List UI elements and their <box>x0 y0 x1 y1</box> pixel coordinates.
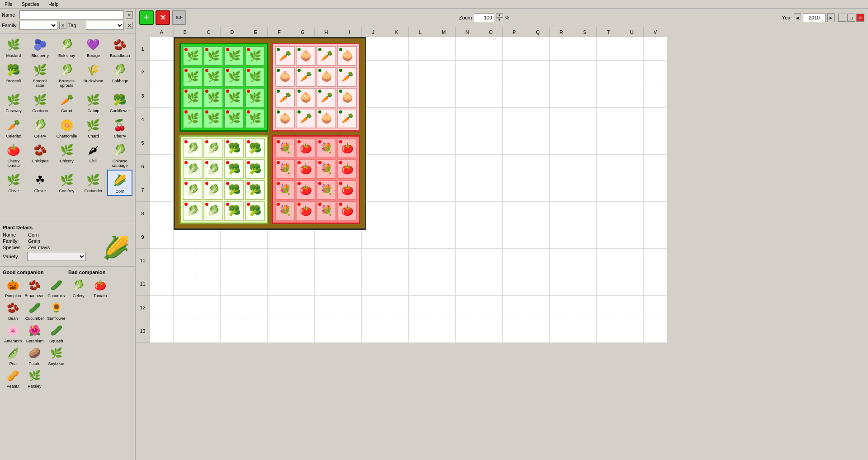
plant-cell-bok-choy[interactable]: 🥬Bok choy <box>54 34 80 60</box>
bed-cell[interactable]: 🧅 <box>275 109 295 128</box>
grid-cell-M11[interactable] <box>432 272 456 296</box>
plant-cell-cherry[interactable]: 🍒Cherry <box>107 115 132 140</box>
plant-cell-cabbage[interactable]: 🥬Cabbage <box>107 60 132 90</box>
grid-cell-O8[interactable] <box>479 202 503 225</box>
bed-cell[interactable]: 🥬 <box>203 159 223 179</box>
plant-cell-chili[interactable]: 🌶Chili <box>80 140 106 170</box>
bed-cell[interactable]: 🥦 <box>245 180 265 200</box>
plant-cell-broccoli-rabe[interactable]: 🌿Broccoli rabe <box>28 60 53 90</box>
grid-cell-L1[interactable] <box>409 37 432 61</box>
grid-cell-R3[interactable] <box>550 84 573 108</box>
grid-cell-Q7[interactable] <box>526 178 550 202</box>
grid-cell-H12[interactable] <box>315 296 338 319</box>
grid-cell-U1[interactable] <box>620 37 644 61</box>
grid-cell-Q11[interactable] <box>526 272 550 296</box>
grid-cell-O6[interactable] <box>479 155 503 178</box>
good-companion-potato[interactable]: 🥔Potato <box>24 345 45 366</box>
bed-cell[interactable]: 🥦 <box>245 138 265 158</box>
grid-cell-F12[interactable] <box>268 296 291 319</box>
family-select[interactable] <box>19 21 57 30</box>
grid-cell-L4[interactable] <box>409 108 432 131</box>
grid-cell-A3[interactable] <box>150 84 174 108</box>
grid-cell-B12[interactable] <box>174 296 197 319</box>
plant-cell-borage[interactable]: 💜Borage <box>80 34 106 60</box>
grid-cell-I13[interactable] <box>338 319 362 343</box>
grid-cell-L11[interactable] <box>409 272 432 296</box>
tomato-bed[interactable]: 💐🍅💐🍅💐🍅💐🍅💐🍅💐🍅💐🍅💐🍅 <box>272 135 360 224</box>
grid-cell-P4[interactable] <box>503 108 526 131</box>
bed-cell[interactable]: 🥕 <box>337 109 357 128</box>
menu-file[interactable]: File <box>3 1 14 7</box>
grid-cell-C11[interactable] <box>197 272 221 296</box>
grid-cell-U7[interactable] <box>620 178 644 202</box>
bed-cell[interactable]: 🥬 <box>203 201 223 221</box>
grid-cell-V4[interactable] <box>644 108 667 131</box>
year-next-button[interactable]: ► <box>827 13 835 22</box>
grid-cell-T7[interactable] <box>597 178 620 202</box>
grid-cell-P1[interactable] <box>503 37 526 61</box>
grid-cell-E13[interactable] <box>244 319 268 343</box>
plant-cell-buckwheat[interactable]: 🌾Buckwheat <box>80 60 106 90</box>
grid-cell-F10[interactable] <box>268 249 291 272</box>
grid-cell-U9[interactable] <box>620 225 644 249</box>
grid-cell-L12[interactable] <box>409 296 432 319</box>
grid-cell-H13[interactable] <box>315 319 338 343</box>
grid-cell-R12[interactable] <box>550 296 573 319</box>
grid-cell-M4[interactable] <box>432 108 456 131</box>
grid-cell-V12[interactable] <box>644 296 667 319</box>
grid-cell-S2[interactable] <box>573 61 597 84</box>
plant-cell-cardoon[interactable]: 🌿Cardoon <box>28 90 53 115</box>
grid-cell-V1[interactable] <box>644 37 667 61</box>
name-input[interactable] <box>19 10 124 19</box>
menu-help[interactable]: Help <box>47 1 61 7</box>
grid-cell-R6[interactable] <box>550 155 573 178</box>
grid-cell-R11[interactable] <box>550 272 573 296</box>
grid-cell-K4[interactable] <box>385 108 409 131</box>
grid-cell-N5[interactable] <box>456 131 479 155</box>
grid-cell-L9[interactable] <box>409 225 432 249</box>
grid-cell-V8[interactable] <box>644 202 667 225</box>
grid-cell-A5[interactable] <box>150 131 174 155</box>
grid-cell-J13[interactable] <box>362 319 385 343</box>
grid-cell-J10[interactable] <box>362 249 385 272</box>
bed-cell[interactable]: 🧅 <box>316 67 336 87</box>
grid-cell-U12[interactable] <box>620 296 644 319</box>
bed-cell[interactable]: 🥦 <box>224 159 244 179</box>
grid-cell-L7[interactable] <box>409 178 432 202</box>
bed-cell[interactable]: 🥬 <box>183 201 203 221</box>
grid-cell-O12[interactable] <box>479 296 503 319</box>
grid-cell-L13[interactable] <box>409 319 432 343</box>
bed-cell[interactable]: 🌿 <box>245 46 265 66</box>
grid-cell-O3[interactable] <box>479 84 503 108</box>
zoom-up-button[interactable]: ▲ <box>496 13 503 18</box>
grid-cell-T10[interactable] <box>597 249 620 272</box>
close-button[interactable]: ✕ <box>856 14 864 22</box>
grid-cell-R10[interactable] <box>550 249 573 272</box>
grid-cell-U8[interactable] <box>620 202 644 225</box>
grid-cell-A2[interactable] <box>150 61 174 84</box>
grid-cell-L6[interactable] <box>409 155 432 178</box>
bed-cell[interactable]: 🥕 <box>275 88 295 108</box>
grid-cell-K11[interactable] <box>385 272 409 296</box>
bed-cell[interactable]: 🌿 <box>203 109 223 128</box>
grid-cell-M8[interactable] <box>432 202 456 225</box>
grid-cell-M12[interactable] <box>432 296 456 319</box>
bed-cell[interactable]: 🥕 <box>316 46 336 66</box>
bed-cell[interactable]: 🍅 <box>296 159 316 179</box>
grid-cell-P12[interactable] <box>503 296 526 319</box>
garden-area[interactable]: 🌿🌿🌿🌿🌿🌿🌿🌿🌿🌿🌿🌿🌿🌿🌿🌿🥕🧅🥕🧅🧅🥕🧅🥕🥕🧅🥕🧅🧅🥕🧅🥕🥬🥬🥦🥦🥬🥬🥦🥦… <box>174 37 366 230</box>
plant-cell-cherry-tomato[interactable]: 🍅Cherry tomato <box>1 140 26 170</box>
bed-cell[interactable]: 🌿 <box>245 88 265 108</box>
bed-cell[interactable]: 🧅 <box>337 46 357 66</box>
grid-cell-R9[interactable] <box>550 225 573 249</box>
plant-cell-caraway[interactable]: 🌿Caraway <box>1 90 26 115</box>
grid-cell-B10[interactable] <box>174 249 197 272</box>
bed-cell[interactable]: 🍅 <box>337 159 357 179</box>
bed-cell[interactable]: 🌿 <box>183 67 203 87</box>
grid-cell-V7[interactable] <box>644 178 667 202</box>
grid-cell-Q6[interactable] <box>526 155 550 178</box>
bed-cell[interactable]: 🧅 <box>296 46 316 66</box>
grid-cell-M3[interactable] <box>432 84 456 108</box>
plant-cell-celery[interactable]: 🥬Celery <box>28 115 53 140</box>
grid-cell-S5[interactable] <box>573 131 597 155</box>
